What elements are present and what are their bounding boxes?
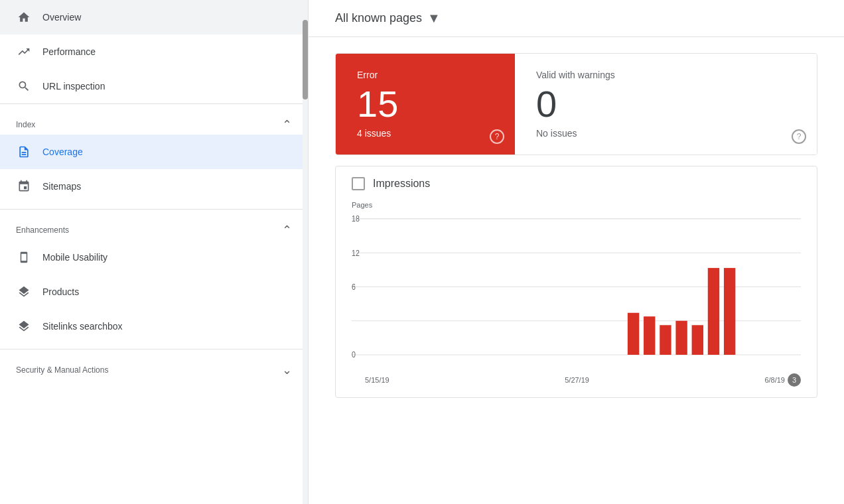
chevron-down-security-icon: ⌄ xyxy=(282,363,292,377)
svg-text:0: 0 xyxy=(352,351,356,359)
x-label-3-group: 6/8/19 3 xyxy=(764,373,801,387)
svg-text:6: 6 xyxy=(352,283,356,291)
chart-y-label: Pages xyxy=(352,201,801,209)
sidebar-item-mobile-usability[interactable]: Mobile Usability xyxy=(0,240,308,275)
sidebar-nav: Overview Performance URL inspection xyxy=(0,0,308,103)
scrollbar-track[interactable] xyxy=(303,0,308,504)
sidebar-item-coverage[interactable]: Coverage xyxy=(0,135,308,169)
impressions-header: Impressions xyxy=(352,177,801,190)
sidebar-item-coverage-label: Coverage xyxy=(42,147,83,157)
valid-card-label: Valid with warnings xyxy=(536,70,796,80)
valid-card-help[interactable]: ? xyxy=(792,129,806,144)
x-label-1: 5/15/19 xyxy=(365,376,389,384)
status-cards: Error 15 4 issues ? Valid with warnings … xyxy=(335,53,817,155)
sidebar-item-sitemaps-label: Sitemaps xyxy=(42,181,81,192)
coverage-icon xyxy=(16,144,32,160)
impressions-section: Impressions Pages 18 12 6 xyxy=(335,166,817,398)
sidebar-item-sitemaps[interactable]: Sitemaps xyxy=(0,169,308,204)
sidebar-item-sitelinks-searchbox-label: Sitelinks searchbox xyxy=(42,321,123,332)
sidebar: Overview Performance URL inspection Inde… xyxy=(0,0,309,504)
sidebar-section-enhancements: Enhancements ⌃ Mobile Usability Products xyxy=(0,209,308,349)
layers-icon xyxy=(16,284,32,300)
svg-text:18: 18 xyxy=(352,215,360,223)
sidebar-item-overview[interactable]: Overview xyxy=(0,0,308,34)
error-card-number: 15 xyxy=(357,86,494,123)
error-card-help[interactable]: ? xyxy=(490,129,504,144)
main-body: Error 15 4 issues ? Valid with warnings … xyxy=(309,37,844,414)
chevron-up-enhancements-icon: ⌃ xyxy=(282,223,292,237)
x-label-2: 5/27/19 xyxy=(565,376,589,384)
svg-rect-10 xyxy=(644,316,655,355)
chart-container: 18 12 6 0 xyxy=(352,212,801,371)
sidebar-section-index-content: Coverage Sitemaps xyxy=(0,135,308,209)
sidebar-section-security: Security & Manual Actions ⌄ xyxy=(0,349,308,380)
sidebar-section-security-label: Security & Manual Actions xyxy=(16,365,108,375)
mobile-icon xyxy=(16,249,32,265)
sidebar-section-index: Index ⌃ Coverage Sitemaps xyxy=(0,103,308,209)
badge-3: 3 xyxy=(788,373,801,387)
main-header: All known pages ▼ xyxy=(309,0,844,37)
sidebar-item-products[interactable]: Products xyxy=(0,275,308,309)
chart-x-labels: 5/15/19 5/27/19 6/8/19 3 xyxy=(352,371,801,397)
sidebar-item-url-inspection-label: URL inspection xyxy=(42,81,105,92)
sidebar-item-performance[interactable]: Performance xyxy=(0,34,308,69)
sidebar-section-index-label: Index xyxy=(16,120,35,129)
error-card-label: Error xyxy=(357,70,494,80)
home-icon xyxy=(16,9,32,25)
sidebar-item-products-label: Products xyxy=(42,286,79,297)
error-card-issues: 4 issues xyxy=(357,128,494,139)
sidebar-section-enhancements-label: Enhancements xyxy=(16,225,69,235)
svg-rect-11 xyxy=(660,325,671,355)
chevron-down-icon: ▼ xyxy=(427,11,441,26)
sidebar-section-index-header[interactable]: Index ⌃ xyxy=(0,109,308,135)
scrollbar-thumb[interactable] xyxy=(303,20,308,99)
chart-area: Pages 18 12 6 0 xyxy=(352,201,801,397)
chevron-up-icon: ⌃ xyxy=(282,117,292,132)
sidebar-item-url-inspection[interactable]: URL inspection xyxy=(0,69,308,103)
layers2-icon xyxy=(16,318,32,334)
all-known-pages-dropdown[interactable]: All known pages ▼ xyxy=(335,11,441,26)
sidebar-item-sitelinks-searchbox[interactable]: Sitelinks searchbox xyxy=(0,309,308,344)
svg-rect-12 xyxy=(675,321,687,355)
error-card: Error 15 4 issues ? xyxy=(336,54,515,155)
sidebar-item-performance-label: Performance xyxy=(42,46,96,57)
dropdown-label: All known pages xyxy=(335,11,422,25)
valid-card: Valid with warnings 0 No issues ? xyxy=(515,54,817,155)
search-icon xyxy=(16,78,32,94)
valid-card-issues: No issues xyxy=(536,128,796,139)
sitemap-icon xyxy=(16,178,32,194)
svg-rect-15 xyxy=(724,268,735,355)
sidebar-section-enhancements-content: Mobile Usability Products Sitelinks sear… xyxy=(0,240,308,349)
sidebar-item-overview-label: Overview xyxy=(42,12,81,23)
trending-up-icon xyxy=(16,44,32,60)
x-label-3: 6/8/19 xyxy=(764,376,785,384)
sidebar-section-security-header[interactable]: Security & Manual Actions ⌄ xyxy=(0,355,308,380)
impressions-title: Impressions xyxy=(373,178,430,190)
svg-rect-13 xyxy=(692,325,703,355)
sidebar-item-mobile-usability-label: Mobile Usability xyxy=(42,252,107,263)
svg-text:12: 12 xyxy=(352,249,360,257)
svg-rect-14 xyxy=(708,268,719,355)
main-content: All known pages ▼ Error 15 4 issues ? Va… xyxy=(309,0,844,504)
impressions-checkbox[interactable] xyxy=(352,177,365,190)
svg-rect-9 xyxy=(628,313,639,355)
valid-card-number: 0 xyxy=(536,86,796,123)
chart-svg: 18 12 6 0 xyxy=(352,212,801,371)
sidebar-section-enhancements-header[interactable]: Enhancements ⌃ xyxy=(0,215,308,240)
